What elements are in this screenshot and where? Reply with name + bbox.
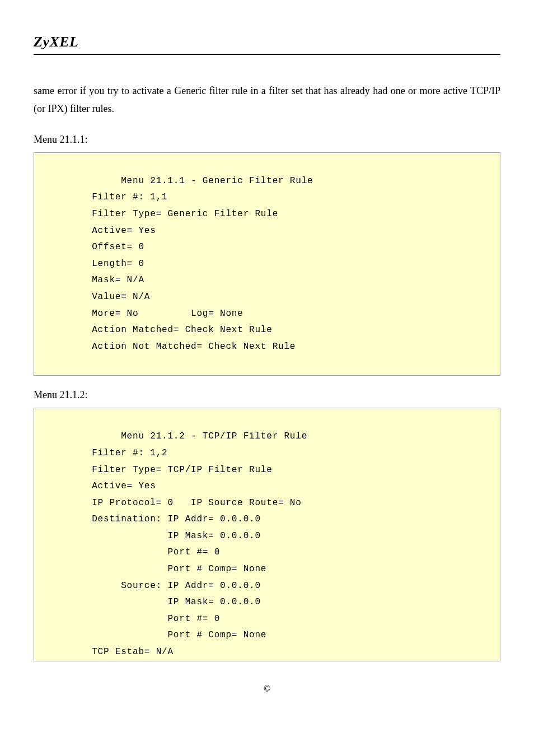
document-page: ZyXEL same error if you try to activate … xyxy=(0,0,534,716)
codebox-generic-filter-rule: Menu 21.1.1 - Generic Filter Rule Filter… xyxy=(34,152,500,376)
section-label-2: Menu 21.1.2: xyxy=(34,389,500,401)
intro-paragraph: same error if you try to activate a Gene… xyxy=(34,82,500,118)
brand-logo: ZyXEL xyxy=(34,34,500,55)
footer-copyright: © xyxy=(34,684,500,694)
section-label-1: Menu 21.1.1: xyxy=(34,134,500,146)
codebox-tcpip-filter-rule: Menu 21.1.2 - TCP/IP Filter Rule Filter … xyxy=(34,408,500,661)
